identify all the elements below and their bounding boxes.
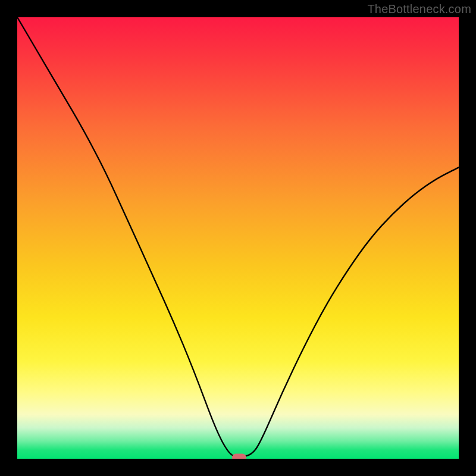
optimal-marker [232,453,246,459]
bottleneck-curve [17,17,459,459]
watermark-text: TheBottleneck.com [367,2,471,16]
chart-frame: TheBottleneck.com [0,0,476,476]
plot-area [17,17,459,459]
